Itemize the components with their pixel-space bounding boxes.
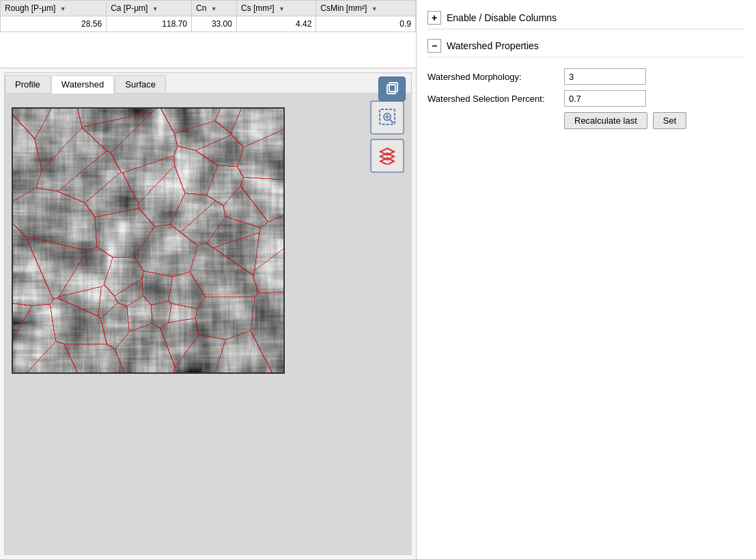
cell-rough: 28.56 xyxy=(1,16,107,32)
zoom-fit-button[interactable] xyxy=(370,100,404,135)
cell-cn: 33.00 xyxy=(192,16,237,32)
watershed-properties-header: − Watershed Properties xyxy=(428,35,745,57)
rough-filter-icon[interactable]: ▼ xyxy=(60,5,66,12)
table-row: 28.56 118.70 33.00 4.42 0.9 xyxy=(1,16,416,32)
enable-columns-toggle[interactable]: + xyxy=(428,11,441,25)
cell-ca: 118.70 xyxy=(107,16,192,32)
cn-filter-icon[interactable]: ▼ xyxy=(211,5,217,12)
svg-marker-8 xyxy=(380,153,394,160)
watershed-properties-title: Watershed Properties xyxy=(447,40,539,51)
tab-surface[interactable]: Surface xyxy=(115,75,166,93)
cell-cs: 4.42 xyxy=(236,16,316,32)
morphology-label: Watershed Morphology: xyxy=(428,72,564,82)
morphology-input[interactable] xyxy=(564,68,646,85)
copy-view-button[interactable] xyxy=(378,77,406,101)
table-area: Rough [P-μm] ▼ Ca [P-μm] ▼ Cn ▼ Cs [mm²]… xyxy=(0,0,416,68)
left-panel: Rough [P-μm] ▼ Ca [P-μm] ▼ Cn ▼ Cs [mm²]… xyxy=(0,0,417,559)
col-ca[interactable]: Ca [P-μm] ▼ xyxy=(107,1,192,16)
zoom-icon xyxy=(378,107,397,128)
svg-marker-7 xyxy=(380,148,394,155)
watershed-canvas xyxy=(12,107,285,374)
layers-icon xyxy=(378,146,397,167)
data-table: Rough [P-μm] ▼ Ca [P-μm] ▼ Cn ▼ Cs [mm²]… xyxy=(0,0,416,32)
tab-panel: Profile Watershed Surface xyxy=(4,72,412,555)
ca-filter-icon[interactable]: ▼ xyxy=(152,5,158,12)
svg-rect-0 xyxy=(387,85,395,94)
selection-row: Watershed Selection Percent: xyxy=(428,90,745,107)
svg-rect-1 xyxy=(389,83,397,92)
watershed-image-container xyxy=(12,107,285,374)
watershed-properties-toggle[interactable]: − xyxy=(428,39,441,53)
cell-csmin: 0.9 xyxy=(316,16,416,32)
tab-toolbar xyxy=(370,100,404,173)
copy-icon xyxy=(384,81,400,98)
selection-label: Watershed Selection Percent: xyxy=(428,94,564,104)
tab-watershed[interactable]: Watershed xyxy=(51,75,114,94)
tab-profile[interactable]: Profile xyxy=(5,75,51,93)
col-cn[interactable]: Cn ▼ xyxy=(192,1,237,16)
selection-input[interactable] xyxy=(564,90,646,107)
enable-columns-title: Enable / Disable Columns xyxy=(447,12,557,23)
right-panel: + Enable / Disable Columns − Watershed P… xyxy=(417,0,756,559)
cs-filter-icon[interactable]: ▼ xyxy=(279,5,285,12)
tab-bar: Profile Watershed Surface xyxy=(5,73,411,94)
set-button[interactable]: Set xyxy=(653,112,687,129)
watershed-properties-section: Watershed Morphology: Watershed Selectio… xyxy=(428,63,745,135)
layers-button[interactable] xyxy=(370,139,404,173)
enable-columns-header: + Enable / Disable Columns xyxy=(428,7,745,29)
col-csmin[interactable]: CsMin [mm²] ▼ xyxy=(316,1,416,16)
svg-marker-9 xyxy=(380,158,394,165)
tab-content-watershed xyxy=(5,94,411,554)
col-rough[interactable]: Rough [P-μm] ▼ xyxy=(1,1,107,16)
csmin-filter-icon[interactable]: ▼ xyxy=(372,5,378,12)
svg-line-4 xyxy=(390,120,393,123)
col-cs[interactable]: Cs [mm²] ▼ xyxy=(236,1,316,16)
morphology-row: Watershed Morphology: xyxy=(428,68,745,85)
watershed-visualization xyxy=(13,109,285,374)
recalculate-button[interactable]: Recalculate last xyxy=(564,112,647,129)
action-buttons: Recalculate last Set xyxy=(564,112,745,129)
